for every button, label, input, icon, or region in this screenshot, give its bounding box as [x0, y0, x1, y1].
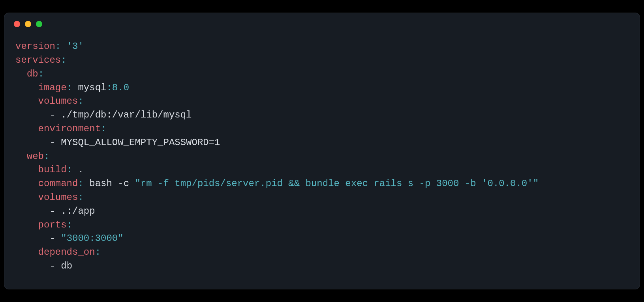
yaml-value: '3': [67, 41, 84, 52]
yaml-value: .: [78, 164, 83, 175]
maximize-icon[interactable]: [36, 21, 42, 27]
yaml-key: build: [38, 164, 67, 175]
yaml-value: mysql: [78, 82, 106, 93]
yaml-key: volumes: [38, 192, 78, 203]
yaml-key: command: [38, 178, 78, 189]
yaml-value: "rm -f tmp/pids/server.pid && bundle exe…: [135, 178, 539, 189]
yaml-key: db: [27, 69, 38, 79]
yaml-key: depends_on: [38, 247, 95, 257]
yaml-key: volumes: [38, 96, 78, 106]
yaml-key: environment: [38, 123, 101, 134]
minimize-icon[interactable]: [25, 21, 31, 27]
yaml-value: MYSQL_ALLOW_EMPTY_PASSWORD=1: [61, 137, 220, 148]
yaml-value: .:/app: [61, 206, 95, 216]
code-block: version: '3' services: db: image: mysql:…: [4, 30, 640, 289]
yaml-value: 8.0: [112, 82, 129, 93]
code-window: version: '3' services: db: image: mysql:…: [4, 13, 640, 289]
yaml-key: image: [38, 82, 67, 93]
yaml-key: ports: [38, 220, 67, 230]
window-titlebar: [4, 13, 640, 30]
yaml-value: db: [61, 261, 72, 271]
yaml-key: services: [15, 55, 61, 65]
yaml-key: web: [27, 151, 44, 162]
yaml-value: ./tmp/db:/var/lib/mysql: [61, 110, 192, 120]
yaml-key: version: [15, 41, 55, 52]
close-icon[interactable]: [14, 21, 20, 27]
yaml-value: "3000:3000": [61, 233, 123, 244]
